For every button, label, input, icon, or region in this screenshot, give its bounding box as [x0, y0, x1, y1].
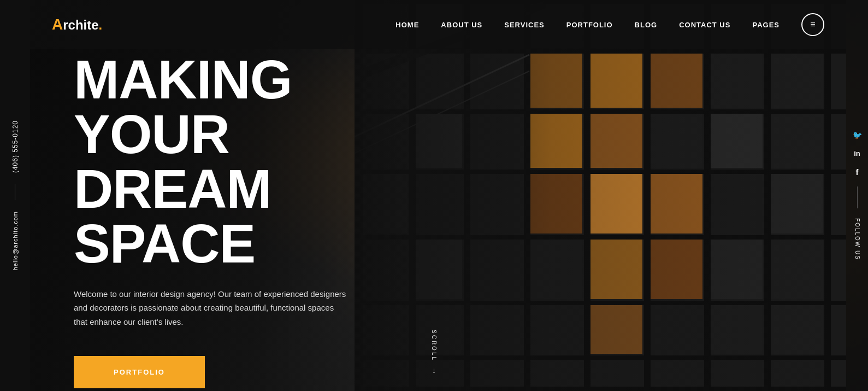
- sidebar-right-divider: [857, 186, 858, 208]
- email-address: hello@archito.com: [12, 211, 19, 270]
- nav-pages[interactable]: PAGES: [752, 21, 780, 29]
- hero-title-line2: DREAM SPACE: [74, 158, 271, 274]
- nav-about[interactable]: ABOUT US: [441, 21, 482, 29]
- linkedin-icon[interactable]: in: [854, 149, 860, 157]
- nav-services[interactable]: SERVICES: [504, 21, 545, 29]
- menu-icon: ≡: [810, 20, 815, 30]
- scroll-indicator: SCROLL ↓: [431, 330, 437, 375]
- nav-portfolio[interactable]: PORTFOLIO: [566, 21, 613, 29]
- logo-rest: rchite: [63, 17, 98, 33]
- nav-blog[interactable]: BLOG: [635, 21, 658, 29]
- follow-us-label: FOLLOW US: [854, 218, 860, 260]
- logo[interactable]: A rchite .: [52, 16, 102, 33]
- scroll-arrow-icon: ↓: [432, 366, 436, 375]
- twitter-icon[interactable]: 🐦: [853, 131, 862, 139]
- hero-title: MAKING YOUR DREAM SPACE: [74, 52, 456, 271]
- logo-dot: .: [99, 17, 103, 33]
- sidebar-divider: [15, 184, 15, 200]
- scroll-label: SCROLL: [431, 330, 437, 361]
- logo-letter-a: A: [52, 16, 63, 33]
- navbar: A rchite . HOME ABOUT US SERVICES PORTFO…: [30, 0, 846, 49]
- hero-content: MAKING YOUR DREAM SPACE Welcome to our i…: [30, 49, 846, 391]
- portfolio-button[interactable]: PORTFOLIO: [74, 356, 205, 388]
- nav-contact[interactable]: CONTACT US: [679, 21, 730, 29]
- facebook-icon[interactable]: f: [856, 167, 859, 177]
- nav-home[interactable]: HOME: [395, 21, 419, 29]
- nav-links: HOME ABOUT US SERVICES PORTFOLIO BLOG CO…: [395, 13, 824, 36]
- left-sidebar: (406) 555-0120 hello@archito.com: [0, 0, 30, 391]
- hero-subtitle: Welcome to our interior design agency! O…: [74, 287, 347, 329]
- hero-title-line1: MAKING YOUR: [74, 49, 292, 165]
- phone-number: (406) 555-0120: [11, 120, 19, 173]
- menu-button[interactable]: ≡: [801, 13, 824, 36]
- right-sidebar: 🐦 in f FOLLOW US: [846, 0, 868, 391]
